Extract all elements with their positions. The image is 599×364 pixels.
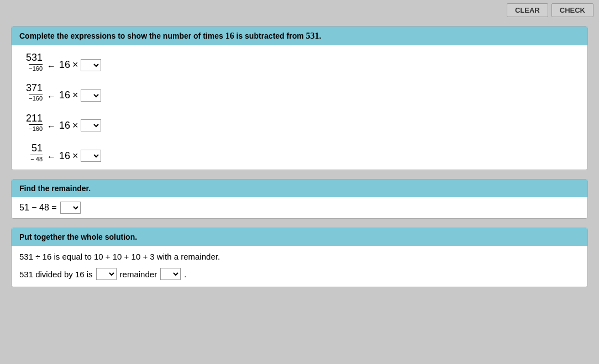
arrow-3: ←	[47, 122, 56, 131]
clear-button[interactable]: CLEAR	[507, 3, 548, 17]
times-symbol-3: ×	[72, 120, 78, 131]
main-content: Complete the expressions to show the num…	[0, 20, 599, 293]
times-16-4: 16 × 1 2 3 4 5 10	[59, 150, 101, 162]
section1-header: Complete the expressions to show the num…	[12, 27, 587, 45]
arrow-4: ←	[47, 152, 56, 162]
num-label-2: 16	[59, 89, 70, 101]
num-label-4: 16	[59, 150, 70, 162]
section2-body: 51 − 48 = 1 2 3 4 5 6 7 8 9 10	[12, 197, 587, 218]
check-button[interactable]: CHECK	[551, 3, 593, 17]
section2-card: Find the remainder. 51 − 48 = 1 2 3 4 5 …	[11, 179, 588, 219]
number-stack-4: 51 − 48	[23, 143, 43, 163]
remainder-equation-text: 51 − 48 =	[19, 203, 57, 213]
arrow-1: ←	[47, 61, 56, 71]
top-bar: CLEAR CHECK	[0, 0, 599, 20]
times-symbol-4: ×	[72, 150, 78, 162]
number-stack-1: 531 −160	[23, 52, 43, 72]
num-label-3: 16	[59, 120, 70, 131]
num-label-1: 16	[59, 59, 70, 71]
dropdown-3[interactable]: 1 2 3 4 5 10	[81, 119, 101, 131]
number-bottom-1: −160	[29, 64, 43, 72]
remainder-dropdown[interactable]: 1 2 3 4 5 6 7 8 9 10	[60, 202, 81, 214]
number-stack-3: 211 −160	[23, 113, 43, 133]
number-top-3: 211	[26, 113, 43, 125]
number-top-2: 371	[26, 82, 43, 94]
number-bottom-3: −160	[29, 124, 43, 133]
dropdown-2[interactable]: 1 2 3 4 5 10	[81, 89, 101, 102]
expr-row-1: 531 −160 ← 16 × 1 2 3 4 5 10	[23, 52, 576, 72]
expr-row-2: 371 −160 ← 16 × 1 2 3 4 5 10	[23, 82, 576, 103]
dropdown-4[interactable]: 1 2 3 4 5 10	[81, 150, 101, 162]
section3-line1: 531 ÷ 16 is equal to 10 + 10 + 10 + 3 wi…	[12, 246, 587, 266]
expr-row-4: 51 − 48 ← 16 × 1 2 3 4 5 10	[23, 143, 576, 163]
times-16-3: 16 × 1 2 3 4 5 10	[59, 119, 101, 131]
section1-body: 531 −160 ← 16 × 1 2 3 4 5 10	[12, 45, 587, 170]
section3-line2: 531 divided by 16 is 1 2 3 10 30 31 33 r…	[12, 266, 587, 287]
times-16-2: 16 × 1 2 3 4 5 10	[59, 89, 101, 102]
number-bottom-4: − 48	[30, 155, 43, 163]
dropdown-1[interactable]: 1 2 3 4 5 10	[81, 59, 101, 71]
arrow-2: ←	[47, 92, 56, 102]
section2-header: Find the remainder.	[12, 180, 587, 197]
solution-dropdown-1[interactable]: 1 2 3 10 30 31 33	[96, 268, 117, 280]
number-bottom-2: −160	[29, 94, 43, 102]
times-symbol-1: ×	[72, 59, 78, 71]
times-symbol-2: ×	[72, 89, 78, 101]
section1-card: Complete the expressions to show the num…	[11, 26, 588, 170]
solution-middle: remainder	[120, 270, 157, 279]
section3-header: Put together the whole solution.	[12, 228, 587, 246]
solution-dropdown-2[interactable]: 1 2 3 4 5 6 7 8 9 10	[160, 268, 181, 280]
solution-prefix: 531 divided by 16 is	[19, 270, 93, 279]
times-16-1: 16 × 1 2 3 4 5 10	[59, 59, 101, 71]
solution-suffix: .	[184, 270, 186, 279]
expr-row-3: 211 −160 ← 16 × 1 2 3 4 5 10	[23, 113, 576, 133]
number-top-1: 531	[26, 52, 43, 64]
number-top-4: 51	[31, 143, 43, 155]
section3-card: Put together the whole solution. 531 ÷ 1…	[11, 228, 588, 287]
number-stack-2: 371 −160	[23, 82, 43, 103]
